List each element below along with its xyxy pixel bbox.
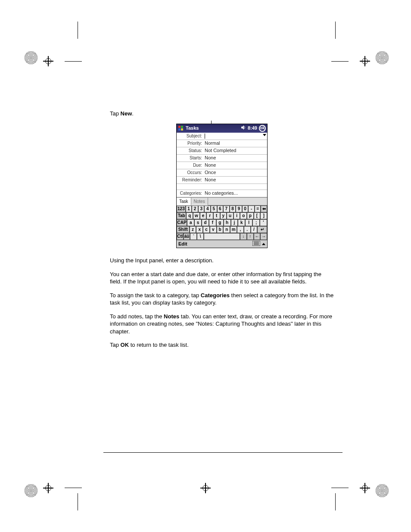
due-field[interactable]: None — [204, 162, 267, 168]
key-backtick[interactable]: ` — [190, 233, 197, 240]
status-label: Status: — [177, 148, 204, 154]
starts-label: Starts: — [177, 155, 204, 161]
key-right[interactable]: → — [260, 233, 267, 240]
key-left[interactable]: ← — [254, 233, 261, 240]
key-l[interactable]: l — [245, 219, 252, 226]
key-c[interactable]: c — [203, 226, 210, 233]
key-minus[interactable]: - — [248, 205, 255, 212]
key-n[interactable]: n — [223, 226, 230, 233]
key-comma[interactable]: , — [237, 226, 244, 233]
soft-keyboard[interactable]: 123 1 2 3 4 5 6 7 8 9 0 - = ⬅ Tab q w e … — [177, 205, 267, 240]
key-cap[interactable]: CAP — [177, 219, 187, 226]
key-h[interactable]: h — [224, 219, 231, 226]
key-up[interactable]: ↑ — [247, 233, 254, 240]
key-2[interactable]: 2 — [192, 205, 198, 212]
key-7[interactable]: 7 — [223, 205, 230, 212]
status-field[interactable]: Not Completed — [204, 147, 267, 154]
edit-menu[interactable]: Edit — [178, 241, 187, 247]
key-z[interactable]: z — [190, 226, 196, 233]
ok-button[interactable]: ok — [259, 125, 266, 132]
tab-task[interactable]: Task — [177, 198, 191, 206]
key-f[interactable]: f — [209, 219, 216, 226]
titlebar: Tasks 8:49 ok — [177, 124, 267, 133]
key-6[interactable]: 6 — [217, 205, 224, 212]
key-k[interactable]: k — [238, 219, 245, 226]
svg-rect-0 — [178, 126, 181, 128]
key-a[interactable]: a — [187, 219, 194, 226]
key-5[interactable]: 5 — [211, 205, 217, 212]
key-8[interactable]: 8 — [230, 205, 236, 212]
key-r[interactable]: r — [206, 212, 213, 219]
key-o[interactable]: o — [240, 212, 247, 219]
footer-rule — [103, 452, 342, 453]
chevron-down-icon[interactable] — [263, 134, 266, 136]
categories-field[interactable]: No categories... — [204, 190, 267, 196]
key-equals[interactable]: = — [255, 205, 261, 212]
key-q[interactable]: q — [186, 212, 193, 219]
speaker-icon[interactable] — [241, 125, 246, 132]
key-d[interactable]: d — [202, 219, 209, 226]
key-3[interactable]: 3 — [198, 205, 205, 212]
occurs-label: Occurs: — [177, 170, 204, 176]
key-y[interactable]: y — [220, 212, 227, 219]
task-form: Subject: Priority: Normal Status: Not Co… — [177, 133, 267, 197]
crop-mark-top-right — [353, 39, 387, 73]
svg-rect-2 — [178, 128, 181, 131]
svg-marker-4 — [241, 125, 244, 130]
device-screenshot: Tasks 8:49 ok Subject: Priority: Normal … — [176, 124, 268, 249]
occurs-field[interactable]: Once — [204, 169, 267, 176]
key-b[interactable]: b — [217, 226, 224, 233]
key-123[interactable]: 123 — [177, 205, 186, 212]
key-m[interactable]: m — [230, 226, 237, 233]
key-s[interactable]: s — [194, 219, 202, 226]
tabs: Task Notes — [177, 197, 267, 206]
reminder-label: Reminder: — [177, 177, 204, 183]
key-semicolon[interactable]: ; — [252, 219, 260, 226]
key-ctl[interactable]: Ctl — [177, 233, 184, 240]
key-apostrophe[interactable]: ' — [260, 219, 267, 226]
due-label: Due: — [177, 162, 204, 168]
key-backspace[interactable]: ⬅ — [261, 205, 267, 212]
key-backslash[interactable]: \ — [197, 233, 204, 240]
key-u[interactable]: u — [227, 212, 234, 219]
key-lbracket[interactable]: [ — [254, 212, 261, 219]
key-j[interactable]: j — [231, 219, 238, 226]
key-space[interactable] — [204, 233, 240, 240]
key-v[interactable]: v — [210, 226, 217, 233]
key-down[interactable]: ↓ — [240, 233, 247, 240]
instruction-p2: You can enter a start date and due date,… — [110, 271, 334, 286]
kb-row-5: Ctl áü ` \ ↓ ↑ ← → — [177, 233, 267, 240]
key-w[interactable]: w — [193, 212, 200, 219]
key-slash[interactable]: / — [251, 226, 258, 233]
key-rbracket[interactable]: ] — [260, 212, 267, 219]
reminder-field[interactable]: None — [204, 177, 267, 183]
key-p[interactable]: p — [247, 212, 254, 219]
key-e[interactable]: e — [200, 212, 207, 219]
key-x[interactable]: x — [196, 226, 203, 233]
subject-field[interactable] — [204, 133, 267, 139]
kb-row-4: Shift z x c v b n m , . / ↵ — [177, 226, 267, 233]
input-method-arrow-icon[interactable] — [262, 243, 265, 245]
key-9[interactable]: 9 — [236, 205, 242, 212]
key-tab[interactable]: Tab — [177, 212, 186, 219]
priority-label: Priority: — [177, 140, 204, 146]
start-flag-icon[interactable] — [178, 125, 184, 131]
key-au[interactable]: áü — [184, 233, 190, 240]
starts-field[interactable]: None — [204, 155, 267, 161]
subject-label: Subject: — [177, 133, 204, 139]
keyboard-icon[interactable] — [252, 241, 260, 248]
key-t[interactable]: t — [213, 212, 220, 219]
key-0[interactable]: 0 — [242, 205, 249, 212]
key-1[interactable]: 1 — [186, 205, 192, 212]
key-enter[interactable]: ↵ — [257, 226, 267, 233]
key-shift[interactable]: Shift — [177, 226, 190, 233]
priority-field[interactable]: Normal — [204, 140, 267, 146]
key-4[interactable]: 4 — [204, 205, 211, 212]
tab-notes[interactable]: Notes — [191, 198, 208, 206]
key-period[interactable]: . — [244, 226, 251, 233]
crop-mark-bottom-left — [26, 459, 60, 493]
svg-rect-1 — [181, 126, 183, 128]
key-i[interactable]: i — [234, 212, 240, 219]
key-g[interactable]: g — [216, 219, 224, 226]
clock-time: 8:49 — [248, 125, 257, 131]
